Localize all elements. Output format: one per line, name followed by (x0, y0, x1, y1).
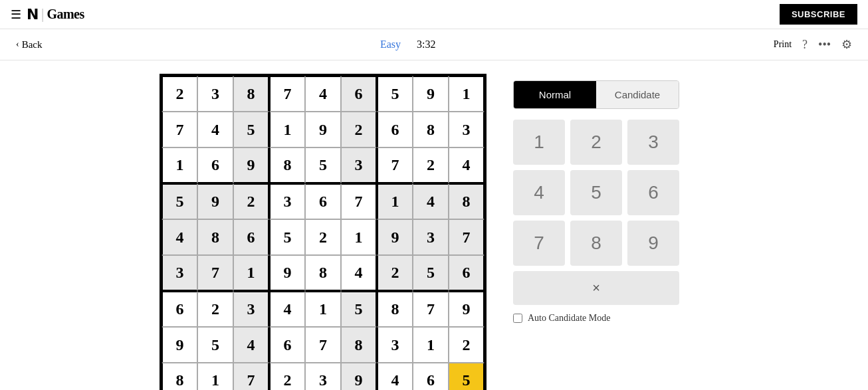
auto-candidate-checkbox[interactable] (513, 314, 522, 323)
sudoku-cell[interactable]: 4 (197, 112, 233, 147)
sudoku-cell[interactable]: 5 (233, 112, 269, 147)
sudoku-cell[interactable]: 3 (233, 291, 269, 327)
sudoku-cell[interactable]: 5 (197, 327, 233, 363)
sudoku-cell[interactable]: 5 (341, 291, 377, 327)
sudoku-cell[interactable]: 5 (449, 363, 485, 390)
sudoku-cell[interactable]: 1 (233, 255, 269, 291)
sudoku-cell[interactable]: 6 (269, 327, 305, 363)
sudoku-cell[interactable]: 4 (377, 363, 413, 390)
sudoku-cell[interactable]: 4 (449, 147, 485, 183)
sudoku-cell[interactable]: 7 (413, 291, 449, 327)
sudoku-cell[interactable]: 8 (377, 291, 413, 327)
settings-icon[interactable]: ⚙ (841, 37, 852, 52)
subscribe-button[interactable]: SUBSCRIBE (780, 4, 857, 25)
sudoku-cell[interactable]: 6 (305, 183, 341, 219)
sudoku-cell[interactable]: 9 (233, 147, 269, 183)
num-button-9[interactable]: 9 (627, 221, 679, 266)
sudoku-cell[interactable]: 7 (269, 76, 305, 112)
sudoku-cell[interactable]: 6 (197, 147, 233, 183)
sudoku-cell[interactable]: 1 (449, 76, 485, 112)
sudoku-cell[interactable]: 9 (341, 363, 377, 390)
back-button[interactable]: ‹ Back (16, 39, 43, 50)
sudoku-cell[interactable]: 5 (162, 183, 197, 219)
normal-mode-button[interactable]: Normal (514, 81, 596, 108)
sudoku-cell[interactable]: 2 (162, 76, 197, 112)
sudoku-cell[interactable]: 9 (377, 219, 413, 255)
sudoku-cell[interactable]: 5 (305, 147, 341, 183)
sudoku-cell[interactable]: 9 (305, 112, 341, 147)
sudoku-cell[interactable]: 9 (449, 291, 485, 327)
sudoku-cell[interactable]: 1 (197, 363, 233, 390)
sudoku-cell[interactable]: 3 (449, 112, 485, 147)
sudoku-cell[interactable]: 4 (233, 327, 269, 363)
sudoku-cell[interactable]: 4 (305, 76, 341, 112)
sudoku-cell[interactable]: 2 (449, 327, 485, 363)
sudoku-cell[interactable]: 1 (269, 112, 305, 147)
sudoku-cell[interactable]: 3 (269, 183, 305, 219)
sudoku-cell[interactable]: 8 (197, 219, 233, 255)
sudoku-cell[interactable]: 5 (377, 76, 413, 112)
sudoku-cell[interactable]: 8 (269, 147, 305, 183)
sudoku-cell[interactable]: 6 (162, 291, 197, 327)
sudoku-cell[interactable]: 7 (197, 255, 233, 291)
sudoku-cell[interactable]: 8 (162, 363, 197, 390)
sudoku-cell[interactable]: 3 (162, 255, 197, 291)
num-button-4[interactable]: 4 (513, 170, 565, 215)
sudoku-cell[interactable]: 7 (162, 112, 197, 147)
sudoku-cell[interactable]: 7 (305, 327, 341, 363)
sudoku-cell[interactable]: 3 (305, 363, 341, 390)
sudoku-cell[interactable]: 5 (269, 219, 305, 255)
more-icon[interactable]: ••• (818, 38, 831, 52)
sudoku-cell[interactable]: 2 (197, 291, 233, 327)
sudoku-cell[interactable]: 4 (413, 183, 449, 219)
sudoku-cell[interactable]: 2 (377, 255, 413, 291)
sudoku-cell[interactable]: 9 (197, 183, 233, 219)
print-button[interactable]: Print (774, 39, 792, 50)
num-button-1[interactable]: 1 (513, 120, 565, 165)
sudoku-cell[interactable]: 2 (233, 183, 269, 219)
sudoku-cell[interactable]: 3 (197, 76, 233, 112)
sudoku-cell[interactable]: 8 (233, 76, 269, 112)
num-button-5[interactable]: 5 (570, 170, 622, 215)
num-button-3[interactable]: 3 (627, 120, 679, 165)
sudoku-cell[interactable]: 6 (449, 255, 485, 291)
erase-button[interactable]: × (513, 271, 679, 305)
sudoku-cell[interactable]: 3 (413, 219, 449, 255)
sudoku-cell[interactable]: 8 (413, 112, 449, 147)
sudoku-cell[interactable]: 7 (341, 183, 377, 219)
sudoku-cell[interactable]: 1 (305, 291, 341, 327)
sudoku-cell[interactable]: 2 (269, 363, 305, 390)
sudoku-cell[interactable]: 7 (377, 147, 413, 183)
sudoku-cell[interactable]: 4 (341, 255, 377, 291)
num-button-7[interactable]: 7 (513, 221, 565, 266)
sudoku-cell[interactable]: 5 (413, 255, 449, 291)
sudoku-cell[interactable]: 7 (233, 363, 269, 390)
sudoku-cell[interactable]: 3 (377, 327, 413, 363)
sudoku-cell[interactable]: 1 (341, 219, 377, 255)
sudoku-cell[interactable]: 9 (162, 327, 197, 363)
sudoku-cell[interactable]: 4 (162, 219, 197, 255)
sudoku-cell[interactable]: 1 (162, 147, 197, 183)
sudoku-cell[interactable]: 7 (449, 219, 485, 255)
num-button-2[interactable]: 2 (570, 120, 622, 165)
sudoku-cell[interactable]: 2 (305, 219, 341, 255)
sudoku-cell[interactable]: 1 (377, 183, 413, 219)
sudoku-cell[interactable]: 9 (413, 76, 449, 112)
sudoku-cell[interactable]: 4 (269, 291, 305, 327)
sudoku-cell[interactable]: 2 (341, 112, 377, 147)
sudoku-cell[interactable]: 6 (233, 219, 269, 255)
sudoku-cell[interactable]: 3 (341, 147, 377, 183)
sudoku-cell[interactable]: 8 (449, 183, 485, 219)
sudoku-cell[interactable]: 8 (341, 327, 377, 363)
help-icon[interactable]: ? (802, 38, 808, 52)
candidate-mode-button[interactable]: Candidate (596, 81, 679, 108)
sudoku-cell[interactable]: 6 (413, 363, 449, 390)
hamburger-icon[interactable]: ☰ (11, 7, 21, 22)
sudoku-cell[interactable]: 8 (305, 255, 341, 291)
sudoku-cell[interactable]: 1 (413, 327, 449, 363)
sudoku-cell[interactable]: 9 (269, 255, 305, 291)
sudoku-cell[interactable]: 6 (341, 76, 377, 112)
num-button-8[interactable]: 8 (570, 221, 622, 266)
sudoku-cell[interactable]: 6 (377, 112, 413, 147)
num-button-6[interactable]: 6 (627, 170, 679, 215)
